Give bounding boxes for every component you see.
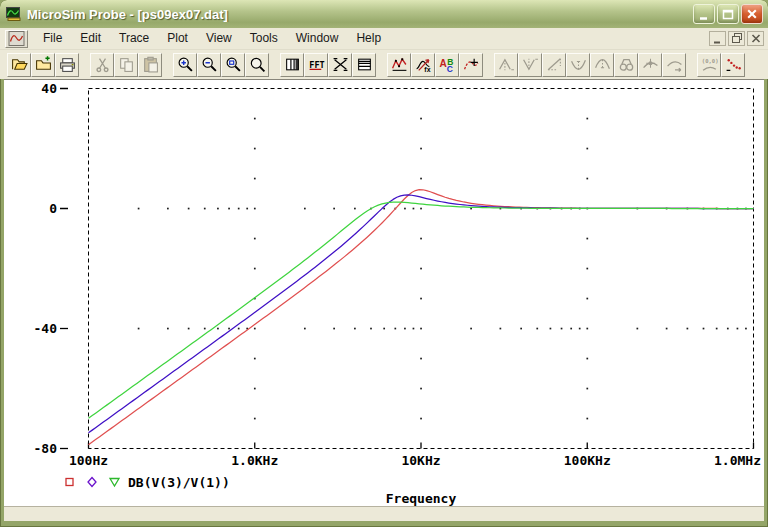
- grid-dot: [254, 328, 256, 330]
- toolbar-group: [7, 53, 79, 77]
- paste-icon: [142, 56, 159, 73]
- grid-dot: [586, 148, 588, 150]
- log-y-axis-button[interactable]: [352, 53, 376, 77]
- close-button[interactable]: [741, 4, 763, 24]
- menu-item-help[interactable]: Help: [347, 29, 390, 48]
- fft-button[interactable]: FFT: [304, 53, 328, 77]
- grid-dot: [333, 208, 335, 210]
- print-button[interactable]: [55, 53, 79, 77]
- toolbar-group: [90, 53, 162, 77]
- grid-dot: [354, 328, 356, 330]
- plot-canvas[interactable]: 400-40-80100Hz1.0KHz10KHz100KHz1.0MHzDB(…: [4, 80, 764, 507]
- grid-dot: [561, 328, 563, 330]
- eval-goal-function-button[interactable]: fx: [411, 53, 435, 77]
- grid-dot: [394, 328, 396, 330]
- grid-dot: [500, 328, 502, 330]
- trace-1: [89, 190, 754, 445]
- menu-item-file[interactable]: File: [34, 29, 71, 48]
- mdi-restore-button[interactable]: [728, 31, 745, 46]
- cursor-search-button: [614, 53, 638, 77]
- grid-dot: [354, 208, 356, 210]
- cursor-next-button: [662, 53, 686, 77]
- y-tick-label: 40: [41, 81, 57, 96]
- toolbar-group: [173, 53, 269, 77]
- mdi-controls: [707, 31, 764, 46]
- fft-icon: FFT: [308, 56, 325, 73]
- cursor-slope-icon: [546, 56, 563, 73]
- minimize-button[interactable]: [693, 4, 715, 24]
- legend-label: DB(V(3)/V(1)): [128, 475, 230, 490]
- zoom-out-button[interactable]: [197, 53, 221, 77]
- grid-dot: [420, 298, 422, 300]
- x-tick-label: 100Hz: [69, 453, 108, 468]
- cursor-point-icon: [642, 56, 659, 73]
- svg-text:fx: fx: [424, 66, 430, 73]
- copy-button: [114, 53, 138, 77]
- mark-data-points-button[interactable]: [721, 53, 745, 77]
- menu-item-tools[interactable]: Tools: [241, 29, 287, 48]
- grid-dot: [228, 328, 230, 330]
- append-file-icon: [35, 56, 52, 73]
- grid-dot: [586, 118, 588, 120]
- grid-dot: [420, 328, 422, 330]
- grid-dot: [370, 328, 372, 330]
- x-tick-label: 100KHz: [564, 453, 611, 468]
- menu-item-view[interactable]: View: [197, 29, 241, 48]
- toolbar-group: FFT: [280, 53, 376, 77]
- open-button[interactable]: [7, 53, 31, 77]
- print-icon: [59, 56, 76, 73]
- grid-dot: [666, 328, 668, 330]
- mdi-minimize-button[interactable]: [709, 31, 726, 46]
- grid-dot: [383, 328, 385, 330]
- insert-text-label-button[interactable]: ABC: [435, 53, 459, 77]
- toolbar: FFTfxABC(0,0): [0, 50, 768, 79]
- zoom-in-button[interactable]: [173, 53, 197, 77]
- add-trace-button[interactable]: [387, 53, 411, 77]
- y-tick-label: -40: [34, 321, 58, 336]
- grid-dot: [304, 328, 306, 330]
- grid-dot: [254, 388, 256, 390]
- zoom-area-button[interactable]: [221, 53, 245, 77]
- grid-dot: [188, 208, 190, 210]
- paste-button: [138, 53, 162, 77]
- x-tick-label: 1.0KHz: [231, 453, 278, 468]
- append-file-button[interactable]: [31, 53, 55, 77]
- toggle-cursor-button[interactable]: [459, 53, 483, 77]
- grid-dot: [217, 208, 219, 210]
- grid-dot: [167, 208, 169, 210]
- zoom-fit-button[interactable]: [245, 53, 269, 77]
- log-x-axis-button[interactable]: [280, 53, 304, 77]
- toolbar-group: fxABC: [387, 53, 483, 77]
- menu-item-window[interactable]: Window: [287, 29, 348, 48]
- minimize-icon: [696, 6, 712, 22]
- mdi-close-button[interactable]: [747, 31, 764, 46]
- menu-item-trace[interactable]: Trace: [110, 29, 158, 48]
- grid-dot: [727, 328, 729, 330]
- menu-item-plot[interactable]: Plot: [158, 29, 197, 48]
- mark-data-points-icon: [725, 56, 742, 73]
- system-menu-button[interactable]: [5, 30, 28, 48]
- grid-dot: [404, 208, 406, 210]
- y-tick-label: 0: [49, 201, 57, 216]
- title-bar[interactable]: MicroSim Probe - [ps09ex07.dat]: [0, 0, 768, 28]
- grid-dot: [413, 328, 415, 330]
- menu-items: FileEditTracePlotViewToolsWindowHelp: [34, 29, 390, 48]
- grid-dot: [550, 328, 552, 330]
- maximize-button[interactable]: [717, 4, 739, 24]
- grid-dot: [138, 208, 140, 210]
- cursor-trough-button: [518, 53, 542, 77]
- cursor-min-icon: [570, 56, 587, 73]
- grid-dot: [254, 268, 256, 270]
- grid-dot: [254, 148, 256, 150]
- close-icon: [744, 6, 760, 22]
- grid-dot: [745, 328, 747, 330]
- grid-dot: [586, 388, 588, 390]
- log-y-axis-icon: [356, 56, 373, 73]
- grid-dot: [420, 268, 422, 270]
- menu-item-edit[interactable]: Edit: [71, 29, 110, 48]
- grid-dot: [254, 178, 256, 180]
- grid-dot: [138, 328, 140, 330]
- performance-analysis-button[interactable]: [328, 53, 352, 77]
- svg-text:FFT: FFT: [309, 60, 324, 70]
- copy-icon: [118, 56, 135, 73]
